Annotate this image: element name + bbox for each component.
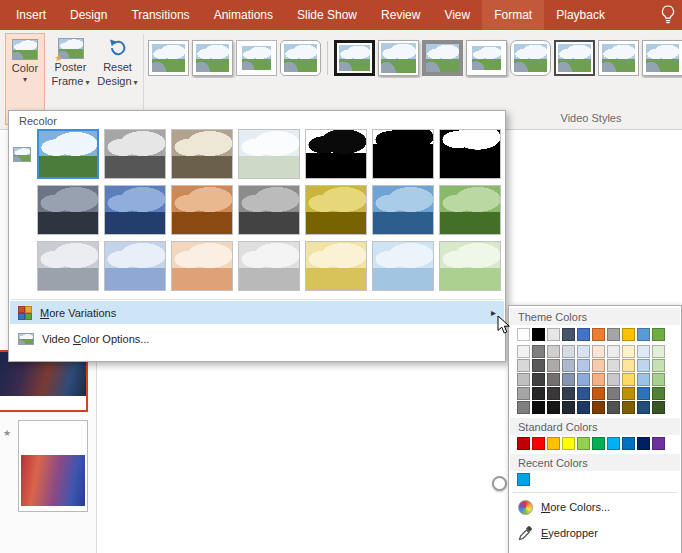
theme-variant-swatch[interactable]	[547, 373, 560, 386]
theme-variant-swatch[interactable]	[607, 401, 620, 414]
theme-variant-swatch[interactable]	[592, 359, 605, 372]
theme-variant-swatch[interactable]	[562, 387, 575, 400]
theme-variant-swatch[interactable]	[562, 359, 575, 372]
theme-variant-swatch[interactable]	[562, 345, 575, 358]
theme-color-swatch[interactable]	[607, 328, 620, 341]
tell-me-button[interactable]	[655, 2, 681, 28]
video-style-5[interactable]	[334, 40, 375, 76]
video-style-10[interactable]	[554, 40, 595, 76]
recolor-variant-black-and-white-25[interactable]	[305, 129, 367, 179]
theme-variant-swatch[interactable]	[652, 387, 665, 400]
theme-variant-swatch[interactable]	[547, 345, 560, 358]
tab-playback[interactable]: Playback	[544, 0, 617, 30]
theme-variant-swatch[interactable]	[652, 401, 665, 414]
video-style-6[interactable]	[378, 40, 419, 76]
recolor-variant-blue-accent-color-5-dark[interactable]	[372, 185, 434, 235]
theme-variant-swatch[interactable]	[637, 387, 650, 400]
recolor-variant-washout[interactable]	[238, 129, 300, 179]
theme-variant-swatch[interactable]	[592, 401, 605, 414]
tab-insert[interactable]: Insert	[4, 0, 58, 30]
video-style-8[interactable]	[466, 40, 507, 76]
theme-variant-swatch[interactable]	[517, 373, 530, 386]
recolor-variant-gold-accent-color-4-dark[interactable]	[305, 185, 367, 235]
theme-variant-swatch[interactable]	[637, 401, 650, 414]
theme-variant-swatch[interactable]	[517, 345, 530, 358]
recolor-variant-no-recolor[interactable]	[37, 129, 99, 179]
tab-design[interactable]: Design	[58, 0, 119, 30]
theme-variant-swatch[interactable]	[562, 401, 575, 414]
theme-variant-swatch[interactable]	[577, 401, 590, 414]
theme-variant-swatch[interactable]	[592, 387, 605, 400]
theme-variant-swatch[interactable]	[652, 373, 665, 386]
theme-color-swatch[interactable]	[517, 328, 530, 341]
video-color-options-item[interactable]: Video Color Options...	[10, 327, 504, 350]
theme-variant-swatch[interactable]	[592, 373, 605, 386]
tab-format[interactable]: Format	[482, 0, 544, 30]
standard-color-swatch[interactable]	[622, 437, 635, 450]
theme-variant-swatch[interactable]	[637, 373, 650, 386]
theme-variant-swatch[interactable]	[607, 373, 620, 386]
eyedropper-item[interactable]: Eyedropper	[510, 521, 680, 545]
standard-color-swatch[interactable]	[547, 437, 560, 450]
theme-variant-swatch[interactable]	[532, 387, 545, 400]
media-seek-handle[interactable]	[492, 476, 507, 491]
theme-variant-swatch[interactable]	[532, 345, 545, 358]
theme-variant-swatch[interactable]	[622, 345, 635, 358]
tab-transitions[interactable]: Transitions	[119, 0, 201, 30]
recolor-variant-orange-accent-color-2-light[interactable]	[171, 241, 233, 291]
theme-color-swatch[interactable]	[637, 328, 650, 341]
theme-variant-swatch[interactable]	[532, 373, 545, 386]
standard-color-swatch[interactable]	[517, 437, 530, 450]
recolor-variant-orange-accent-color-2-dark[interactable]	[171, 185, 233, 235]
theme-variant-swatch[interactable]	[577, 373, 590, 386]
theme-variant-swatch[interactable]	[562, 373, 575, 386]
video-style-3[interactable]	[236, 40, 277, 76]
video-style-11[interactable]	[598, 40, 639, 76]
theme-color-swatch[interactable]	[532, 328, 545, 341]
theme-color-swatch[interactable]	[622, 328, 635, 341]
recolor-variant-grayscale[interactable]	[104, 129, 166, 179]
theme-variant-swatch[interactable]	[607, 345, 620, 358]
recolor-variant-blue-accent-color-1-light[interactable]	[104, 241, 166, 291]
theme-variant-swatch[interactable]	[592, 345, 605, 358]
theme-variant-swatch[interactable]	[532, 401, 545, 414]
recolor-variant-gold-accent-color-4-light[interactable]	[305, 241, 367, 291]
standard-color-swatch[interactable]	[607, 437, 620, 450]
standard-color-swatch[interactable]	[592, 437, 605, 450]
recolor-variant-green-accent-color-6-dark[interactable]	[439, 185, 501, 235]
recolor-variant-blue-accent-color-5-light[interactable]	[372, 241, 434, 291]
video-style-7[interactable]	[422, 40, 463, 76]
standard-color-swatch[interactable]	[637, 437, 650, 450]
recent-color-swatch[interactable]	[517, 473, 530, 486]
more-colors-item[interactable]: More Colors...	[510, 495, 680, 519]
theme-variant-swatch[interactable]	[607, 387, 620, 400]
standard-color-swatch[interactable]	[562, 437, 575, 450]
theme-variant-swatch[interactable]	[622, 373, 635, 386]
more-variations-item[interactable]: More Variations ▸	[10, 301, 504, 324]
theme-variant-swatch[interactable]	[607, 359, 620, 372]
video-style-2[interactable]	[192, 40, 233, 76]
recolor-variant-sepia[interactable]	[171, 129, 233, 179]
theme-variant-swatch[interactable]	[547, 401, 560, 414]
tab-animations[interactable]: Animations	[202, 0, 285, 30]
standard-color-swatch[interactable]	[652, 437, 665, 450]
theme-variant-swatch[interactable]	[652, 345, 665, 358]
theme-color-swatch[interactable]	[562, 328, 575, 341]
theme-variant-swatch[interactable]	[532, 359, 545, 372]
theme-color-swatch[interactable]	[652, 328, 665, 341]
video-style-12[interactable]	[642, 40, 682, 76]
slide-thumbnail[interactable]	[18, 420, 88, 512]
tab-review[interactable]: Review	[369, 0, 432, 30]
recolor-variant-blue-accent-color-1-dark[interactable]	[104, 185, 166, 235]
tab-view[interactable]: View	[432, 0, 482, 30]
video-style-9[interactable]	[510, 40, 551, 76]
recolor-variant-black-and-white-50[interactable]	[372, 129, 434, 179]
theme-variant-swatch[interactable]	[637, 359, 650, 372]
theme-variant-swatch[interactable]	[622, 359, 635, 372]
theme-variant-swatch[interactable]	[622, 401, 635, 414]
video-style-1[interactable]	[148, 40, 189, 76]
recolor-variant-blue-gray-text-color-2-dark[interactable]	[37, 185, 99, 235]
recolor-variant-blue-gray-text-color-2-light[interactable]	[37, 241, 99, 291]
video-style-4[interactable]	[280, 40, 321, 76]
theme-variant-swatch[interactable]	[517, 401, 530, 414]
